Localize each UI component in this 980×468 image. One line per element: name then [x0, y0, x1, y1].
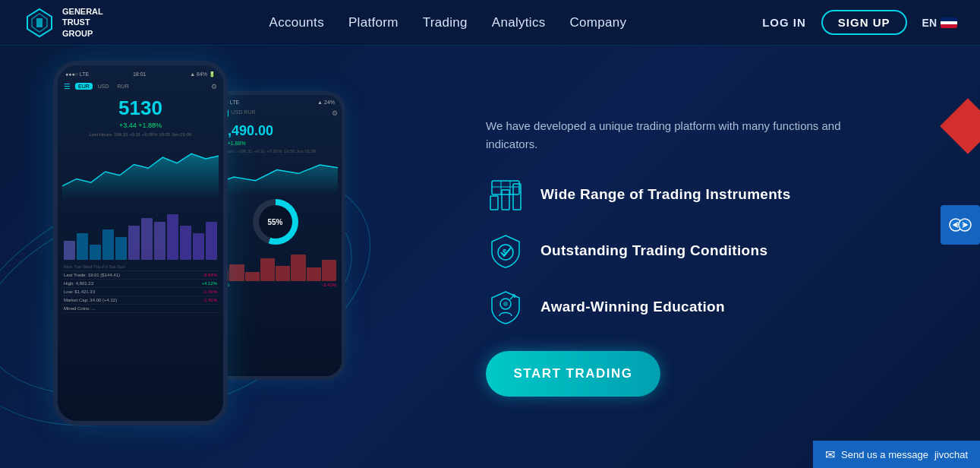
main-content: ●●●○ LTE 18:01 ▲ 84% 🔋 ☰ EUR USD RUR ⚙ 5…	[0, 46, 980, 468]
red-diamond-decoration	[948, 106, 980, 146]
svg-rect-8	[492, 181, 519, 194]
navbar: GENERAL TRUST GROUP Accounts Platform Tr…	[0, 0, 980, 46]
phone-bar-chart	[62, 207, 219, 260]
phone-table-row-5: Market Cap: 34.00 (+4.12) -1.41%	[62, 296, 219, 305]
chat-icon: ✉	[825, 447, 835, 462]
nav-links: Accounts Platform Trading Analytics Comp…	[134, 15, 762, 30]
svg-point-15	[503, 302, 508, 306]
phone-table-row-1: Mon Tue Wed Thu Fri Sat Sun	[62, 263, 219, 271]
phone2-chart	[213, 158, 338, 196]
phone2-change: +3.44 +1.88%	[213, 141, 338, 146]
chat-widget[interactable]: ✉ Send us a message jivochat	[813, 441, 980, 468]
svg-rect-5	[490, 196, 498, 210]
signup-button[interactable]: SIGN UP	[821, 10, 907, 35]
flag-icon	[941, 17, 957, 28]
feature-education: Award-Winning Education	[486, 287, 934, 327]
phone-last-hours: Last Hours: 199.31 +0.31 +0.05% 19:55 Ju…	[62, 132, 219, 137]
svg-rect-6	[502, 190, 509, 210]
svg-rect-2	[36, 18, 43, 27]
phone-chart	[62, 141, 219, 202]
phone-table-row-4: Low: $1,421.33 -1.41%	[62, 288, 219, 296]
feature-education-label: Award-Winning Education	[540, 299, 725, 315]
feature-trading-conditions-label: Outstanding Trading Conditions	[540, 242, 767, 259]
phone-price-change: +3.44 +1.88%	[62, 122, 219, 129]
nav-analytics[interactable]: Analytics	[492, 15, 546, 30]
right-section: We have developed a unique trading platf…	[455, 46, 980, 468]
phone2-price: $1,490.00	[213, 123, 338, 139]
logo[interactable]: GENERAL TRUST GROUP	[23, 6, 103, 40]
teamviewer-box	[941, 205, 980, 245]
phone-secondary-screen: ●●●○ LTE ▲ 24% EUR USD RUR ⚙ $1,490.00 +…	[209, 95, 342, 376]
login-button[interactable]: LOG IN	[762, 16, 806, 29]
trading-conditions-icon: $	[486, 231, 525, 270]
phone-table-row-2: Last Trade: 19:01 ($144.41) -0.64%	[62, 271, 219, 280]
nav-company[interactable]: Company	[570, 15, 627, 30]
svg-line-16	[510, 295, 515, 299]
phone-table-row-6: Mined Coins: ...	[62, 305, 219, 313]
chat-provider: jivochat	[934, 449, 968, 460]
nav-right: LOG IN SIGN UP EN	[762, 10, 957, 35]
logo-icon	[23, 6, 56, 40]
education-icon	[486, 287, 525, 327]
nav-platform[interactable]: Platform	[348, 15, 399, 30]
phone-main-price: 5130	[62, 96, 219, 120]
nav-trading[interactable]: Trading	[423, 15, 468, 30]
phone-mockup-section: ●●●○ LTE 18:01 ▲ 84% 🔋 ☰ EUR USD RUR ⚙ 5…	[0, 46, 455, 468]
phone-main-screen: ●●●○ LTE 18:01 ▲ 84% 🔋 ☰ EUR USD RUR ⚙ 5…	[58, 65, 223, 421]
phone-main: ●●●○ LTE 18:01 ▲ 84% 🔋 ☰ EUR USD RUR ⚙ 5…	[53, 61, 228, 425]
feature-trading-conditions: $ Outstanding Trading Conditions	[486, 231, 934, 270]
feature-trading-instruments-label: Wide Range of Trading Instruments	[540, 186, 791, 203]
phone-table-row-3: High: 4,801.23 +4.12%	[62, 280, 219, 288]
nav-accounts[interactable]: Accounts	[269, 15, 324, 30]
phone2-status: ●●●○ LTE ▲ 24%	[213, 100, 338, 105]
phone-status-bar: ●●●○ LTE 18:01 ▲ 84% 🔋	[62, 71, 219, 77]
intro-paragraph: We have developed a unique trading platf…	[486, 117, 865, 153]
phone2-gauge: 55%	[253, 199, 298, 245]
brand-name: GENERAL TRUST GROUP	[62, 6, 103, 39]
start-trading-button[interactable]: START TRADING	[486, 351, 660, 397]
feature-trading-instruments: Wide Range of Trading Instruments	[486, 175, 934, 214]
phone-nav: ☰ EUR USD RUR ⚙	[62, 82, 219, 90]
chat-label: Send us a message	[841, 449, 928, 460]
currency-tabs: EUR USD RUR	[75, 83, 132, 90]
language-selector[interactable]: EN	[922, 17, 957, 29]
trading-instruments-icon	[486, 175, 525, 214]
